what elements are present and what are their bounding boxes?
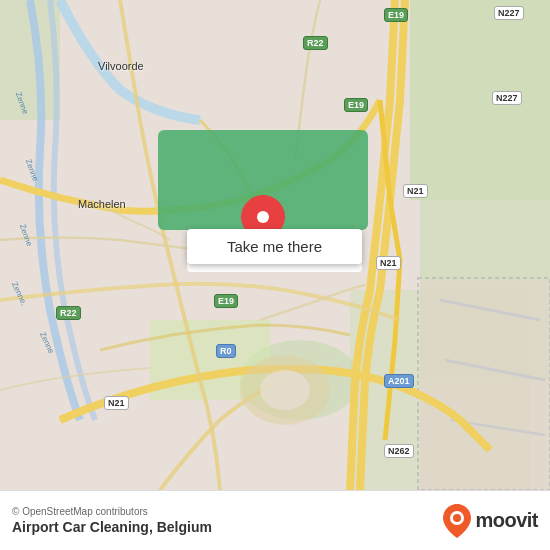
copyright-text: © OpenStreetMap contributors <box>12 506 212 517</box>
svg-rect-7 <box>420 280 550 490</box>
svg-point-18 <box>257 211 269 223</box>
location-info: © OpenStreetMap contributors Airport Car… <box>12 506 212 535</box>
road-badge-n21-mid: N21 <box>376 256 401 270</box>
moovit-logo-text: moovit <box>475 509 538 532</box>
moovit-logo: moovit <box>443 504 538 538</box>
svg-point-20 <box>453 514 461 522</box>
label-vilvoorde: Vilvoorde <box>98 60 144 72</box>
road-badge-r22-top: R22 <box>303 36 328 50</box>
road-badge-n227-mid: N227 <box>492 91 522 105</box>
moovit-pin-icon <box>443 504 471 538</box>
road-badge-r0: R0 <box>216 344 236 358</box>
road-badge-e19-low: E19 <box>214 294 238 308</box>
location-title: Airport Car Cleaning, Belgium <box>12 519 212 535</box>
road-badge-n21-low: N21 <box>104 396 129 410</box>
bottom-bar: © OpenStreetMap contributors Airport Car… <box>0 490 550 550</box>
road-badge-n227-top: N227 <box>494 6 524 20</box>
road-badge-n262: N262 <box>384 444 414 458</box>
road-badge-e19-mid: E19 <box>344 98 368 112</box>
road-badge-a201: A201 <box>384 374 414 388</box>
svg-rect-1 <box>410 0 550 200</box>
road-badge-n21-right: N21 <box>403 184 428 198</box>
label-machelen: Machelen <box>78 198 126 210</box>
road-badge-e19-top: E19 <box>384 8 408 22</box>
map-container: Take me there E19 N227 R22 E19 N227 N21 … <box>0 0 550 490</box>
svg-point-13 <box>260 370 310 410</box>
road-badge-r22-low: R22 <box>56 306 81 320</box>
take-me-there-button[interactable]: Take me there <box>187 229 362 264</box>
